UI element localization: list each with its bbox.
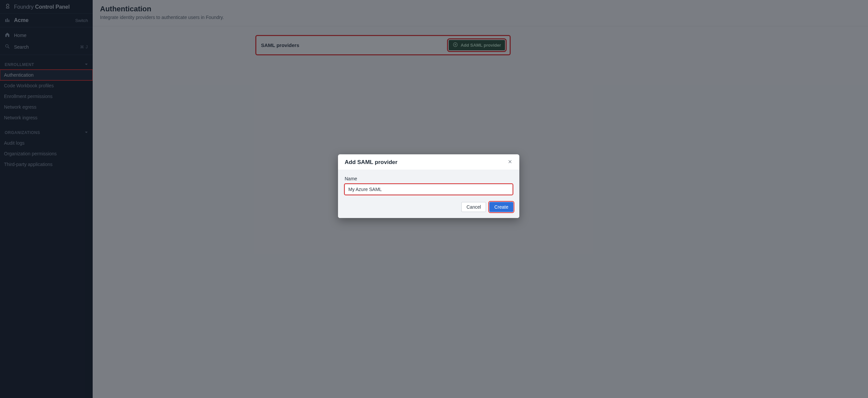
close-icon xyxy=(508,159,512,165)
cancel-button[interactable]: Cancel xyxy=(461,202,486,212)
dialog-body: Name xyxy=(338,170,519,202)
name-field-input[interactable] xyxy=(345,184,513,195)
add-saml-provider-dialog: Add SAML provider Name Cancel Create xyxy=(338,154,519,218)
name-field-label: Name xyxy=(345,176,513,181)
main: Authentication Integrate identity provid… xyxy=(93,0,868,398)
dialog-close-button[interactable] xyxy=(507,159,513,166)
create-button[interactable]: Create xyxy=(489,202,513,212)
dialog-header: Add SAML provider xyxy=(338,154,519,170)
dialog-title: Add SAML provider xyxy=(345,159,397,166)
dialog-footer: Cancel Create xyxy=(338,202,519,218)
